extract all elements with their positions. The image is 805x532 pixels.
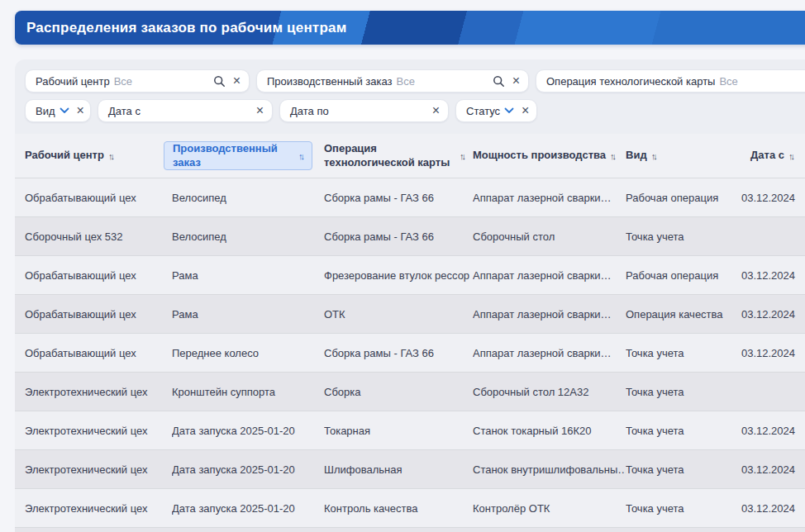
cell-kind: Операция качества [626,308,731,321]
filter-label: Рабочий центр [36,75,110,88]
cell-production-order: Дата запуска 2025-01-20 [172,425,324,437]
orders-table: Рабочий центр ↑↓ Производственный заказ … [15,134,805,532]
cell-work-center: Обрабатывающий цех [15,347,172,359]
sort-icon[interactable]: ↑↓ [610,151,617,161]
sort-icon[interactable]: ↑↓ [460,151,466,161]
filter-production-order[interactable]: Производственный заказ Все × [256,69,529,93]
filter-value: Все [397,75,415,88]
cell-production-order: Рама [172,308,324,321]
clear-icon[interactable]: × [77,104,84,117]
table-row[interactable]: Электротехнический цех Дата запуска 2025… [15,488,805,527]
cell-kind: Точка учета [626,386,731,398]
cell-capacity: Станок токарный 16К20 [473,425,626,437]
column-header-route-operation[interactable]: Операция технологической карты ↑↓ [324,134,473,178]
cell-route-operation: ОТК [324,308,473,321]
table-row[interactable]: Обрабатывающий цех Переднее колесо Сборк… [15,333,805,372]
sort-icon[interactable]: ↑↓ [788,151,795,161]
cell-production-order: Велосипед [172,192,324,204]
cell-capacity: Станок внутришлифовальны… [473,463,626,476]
cell-date-from: 03.12.2024 [731,308,805,321]
filter-label: Производственный заказ [267,75,393,88]
cell-kind: Точка учета [626,230,731,243]
cell-work-center: Электротехнический цех [15,463,172,476]
cell-route-operation: Фрезерование втулок рессор [324,269,473,282]
column-header-production-order[interactable]: Производственный заказ ↑↓ [172,134,324,178]
filter-label: Операция технологической карты [546,75,715,88]
cell-capacity: Аппарат лазерной сварки… [473,192,626,204]
filter-status[interactable]: Статус × [455,99,537,122]
page-title: Распределения заказов по рабочим центрам [26,20,346,36]
cell-capacity: Аппарат лазерной сварки… [473,269,626,282]
column-header-date-from[interactable]: Дата с ↑↓ [731,134,805,178]
chevron-down-icon[interactable] [60,107,69,114]
filter-label: Вид [36,105,55,117]
column-header-capacity[interactable]: Мощность производства ↑↓ [473,134,626,178]
cell-kind: Точка учета [626,347,731,359]
filter-date-to[interactable]: Дата по × [279,99,449,122]
filter-work-center[interactable]: Рабочий центр Все × [25,69,250,93]
cell-route-operation: Сборка рамы - ГАЗ 66 [324,230,473,243]
cell-date-from: 03.12.2024 [731,269,805,282]
cell-capacity: Аппарат лазерной сварки… [473,347,626,359]
filter-value: Все [719,75,737,88]
cell-capacity: Сборочный стол 12А32 [473,386,626,398]
cell-capacity: Контролёр ОТК [473,502,626,515]
cell-kind: Точка учета [626,425,731,437]
cell-work-center: Обрабатывающий цех [15,269,172,282]
cell-date-from: 03.12.2024 [731,502,805,515]
search-icon[interactable] [493,75,505,88]
cell-route-operation: Сборка рамы - ГАЗ 66 [324,347,473,359]
active-sort-column-highlight: Производственный заказ ↑↓ [164,141,312,171]
cell-date-from: 03.12.2024 [731,463,805,476]
cell-work-center: Электротехнический цех [15,386,172,398]
sort-icon[interactable]: ↑↓ [108,151,115,161]
table-row[interactable]: Электротехнический цех Дата запуска 2025… [15,449,805,488]
page-header-banner: Распределения заказов по рабочим центрам [15,11,805,45]
clear-icon[interactable]: × [432,104,440,117]
cell-route-operation: Контроль качества [324,502,473,515]
filter-kind[interactable]: Вид × [25,99,91,122]
clear-icon[interactable]: × [256,104,264,117]
filter-date-from[interactable]: Дата с × [98,99,273,122]
filter-label: Статус [466,105,500,117]
cell-kind: Рабочая операция [626,269,731,282]
table-row[interactable]: Электротехнический цех Дата запуска 2025… [15,411,805,449]
cell-route-operation: Сборка рамы - ГАЗ 66 [324,192,473,204]
cell-capacity: Сборочный стол [473,230,626,243]
cell-kind: Точка учета [626,502,731,515]
cell-work-center: Электротехнический цех [15,425,172,437]
search-icon[interactable] [213,75,226,88]
cell-work-center: Обрабатывающий цех [15,308,172,321]
clear-icon[interactable]: × [233,74,241,88]
table-row[interactable]: Обрабатывающий цех Рама ОТК Аппарат лазе… [15,294,805,333]
clear-icon[interactable]: × [522,104,529,117]
filter-value: Все [114,75,132,88]
cell-production-order: Кронштейн суппорта [172,386,324,398]
filter-route-operation[interactable]: Операция технологической карты Все [536,69,805,93]
cell-kind: Точка учета [626,463,731,476]
filters-bar: Рабочий центр Все × Производственный зак… [15,59,805,122]
cell-production-order: Дата запуска 2025-01-20 [172,463,324,476]
column-header-work-center[interactable]: Рабочий центр ↑↓ [15,134,172,178]
table-row[interactable]: Обрабатывающий цех Велосипед Сборка рамы… [15,178,805,216]
table-row[interactable] [15,527,805,532]
cell-route-operation: Шлифовальная [324,463,473,476]
clear-icon[interactable]: × [512,74,520,88]
cell-route-operation: Токарная [324,425,473,437]
filter-label: Дата с [108,105,141,117]
sort-asc-icon[interactable]: ↑↓ [298,151,305,161]
sort-icon[interactable]: ↑↓ [651,151,658,161]
table-row[interactable]: Сборочный цех 532 Велосипед Сборка рамы … [15,216,805,255]
cell-work-center: Сборочный цех 532 [15,230,172,243]
column-header-kind[interactable]: Вид ↑↓ [626,134,731,178]
cell-work-center: Обрабатывающий цех [15,192,172,204]
cell-production-order: Переднее колесо [172,347,324,359]
cell-date-from: 03.12.2024 [731,425,805,437]
content-panel: Рабочий центр Все × Производственный зак… [15,59,805,532]
cell-route-operation: Сборка [324,386,473,398]
table-row[interactable]: Электротехнический цех Кронштейн суппорт… [15,372,805,411]
filter-label: Дата по [290,105,329,117]
table-row[interactable]: Обрабатывающий цех Рама Фрезерование вту… [15,255,805,294]
chevron-down-icon[interactable] [504,107,514,114]
cell-production-order: Дата запуска 2025-01-20 [172,502,324,515]
